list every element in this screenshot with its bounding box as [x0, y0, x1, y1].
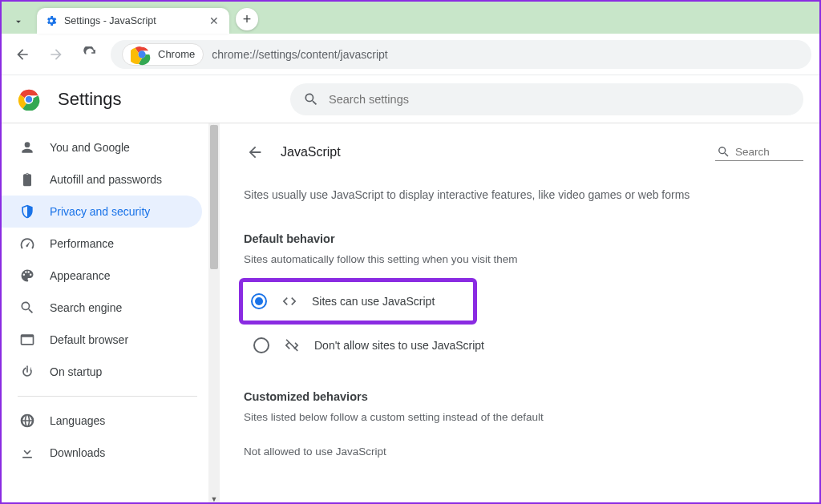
highlight-annotation: Sites can use JavaScript	[239, 278, 477, 325]
browser-toolbar: Chrome chrome://settings/content/javascr…	[2, 34, 819, 75]
browser-icon	[19, 332, 35, 348]
content-back-button[interactable]	[244, 141, 266, 163]
arrow-left-icon	[246, 143, 264, 161]
sidebar-item-label: On startup	[50, 365, 102, 378]
sidebar-item-default-browser[interactable]: Default browser	[2, 324, 202, 356]
code-off-icon	[284, 337, 300, 353]
new-tab-button[interactable]: +	[236, 8, 258, 30]
scrollbar-thumb[interactable]	[210, 125, 218, 269]
sidebar-item-languages[interactable]: Languages	[2, 405, 202, 437]
content-pane: JavaScript Sites usually use JavaScript …	[220, 123, 819, 502]
page-title: JavaScript	[281, 145, 341, 159]
close-icon[interactable]: ✕	[207, 14, 221, 27]
sidebar-item-label: Performance	[50, 237, 114, 250]
sidebar-item-performance[interactable]: Performance	[2, 228, 202, 260]
customized-behaviors-title: Customized behaviors	[244, 390, 803, 403]
tab-title: Settings - JavaScript	[64, 15, 200, 26]
app-title: Settings	[58, 89, 122, 110]
radio-option-block-js[interactable]: Don't allow sites to use JavaScript	[244, 328, 803, 363]
sidebar-item-downloads[interactable]: Downloads	[2, 437, 202, 469]
code-icon	[281, 293, 297, 309]
sidebar-scrollbar[interactable]: ▲ ▼	[208, 123, 220, 502]
chrome-icon	[131, 43, 153, 66]
sidebar-item-label: You and Google	[50, 141, 130, 154]
search-settings[interactable]	[290, 83, 803, 115]
sidebar-item-search-engine[interactable]: Search engine	[2, 292, 202, 324]
radio-label: Don't allow sites to use JavaScript	[314, 339, 484, 352]
url-text: chrome://settings/content/javascript	[212, 48, 387, 61]
customized-behaviors-subtitle: Sites listed below follow a custom setti…	[244, 411, 803, 423]
content-search[interactable]	[715, 143, 803, 161]
content-search-input[interactable]	[735, 146, 791, 158]
radio-selected-icon	[251, 293, 267, 309]
settings-header: Settings	[2, 75, 819, 123]
clipboard-icon	[19, 171, 35, 187]
speedometer-icon	[19, 236, 35, 252]
sidebar-item-on-startup[interactable]: On startup	[2, 356, 202, 388]
forward-button[interactable]	[43, 42, 69, 67]
page-description: Sites usually use JavaScript to display …	[244, 187, 741, 204]
not-allowed-label: Not allowed to use JavaScript	[244, 446, 803, 458]
arrow-left-icon	[14, 46, 30, 62]
sidebar-item-autofill[interactable]: Autofill and passwords	[2, 163, 202, 196]
site-chip-label: Chrome	[158, 48, 195, 60]
chrome-logo-icon	[18, 88, 40, 111]
sidebar-item-label: Autofill and passwords	[50, 173, 162, 186]
sidebar-item-label: Default browser	[50, 333, 128, 346]
reload-button[interactable]	[77, 42, 103, 67]
radio-unselected-icon	[253, 337, 269, 353]
default-behavior-subtitle: Sites automatically follow this setting …	[244, 253, 803, 265]
browser-tabstrip: Settings - JavaScript ✕ +	[2, 2, 819, 34]
search-settings-input[interactable]	[329, 93, 791, 106]
sidebar: You and Google Autofill and passwords Pr…	[2, 123, 220, 502]
shield-icon	[19, 204, 35, 220]
reload-icon	[83, 46, 98, 62]
search-icon	[303, 91, 319, 107]
search-icon	[19, 300, 35, 316]
radio-option-allow-js[interactable]: Sites can use JavaScript	[245, 284, 441, 319]
palette-icon	[19, 268, 35, 284]
site-chip[interactable]: Chrome	[122, 43, 204, 66]
globe-icon	[19, 413, 35, 429]
scroll-down-icon[interactable]: ▼	[210, 495, 218, 503]
radio-label: Sites can use JavaScript	[312, 295, 435, 308]
sidebar-separator	[18, 396, 197, 397]
person-icon	[19, 139, 35, 155]
sidebar-item-privacy[interactable]: Privacy and security	[2, 196, 202, 228]
chevron-down-icon	[13, 16, 24, 27]
sidebar-item-label: Appearance	[50, 269, 111, 282]
power-icon	[19, 364, 35, 380]
sidebar-item-appearance[interactable]: Appearance	[2, 260, 202, 292]
tab-list-dropdown[interactable]	[6, 10, 30, 34]
gear-icon	[45, 14, 58, 27]
sidebar-item-you-and-google[interactable]: You and Google	[2, 131, 202, 163]
arrow-right-icon	[48, 46, 64, 62]
download-icon	[19, 445, 35, 461]
sidebar-item-label: Search engine	[50, 301, 122, 314]
browser-tab[interactable]: Settings - JavaScript ✕	[37, 8, 229, 34]
default-behavior-title: Default behavior	[244, 232, 803, 245]
sidebar-item-label: Downloads	[50, 446, 105, 459]
back-button[interactable]	[10, 42, 35, 67]
svg-point-5	[26, 95, 32, 102]
search-icon	[717, 145, 730, 159]
omnibox[interactable]: Chrome chrome://settings/content/javascr…	[111, 40, 811, 69]
sidebar-item-label: Privacy and security	[50, 205, 150, 218]
sidebar-item-label: Languages	[50, 414, 105, 427]
